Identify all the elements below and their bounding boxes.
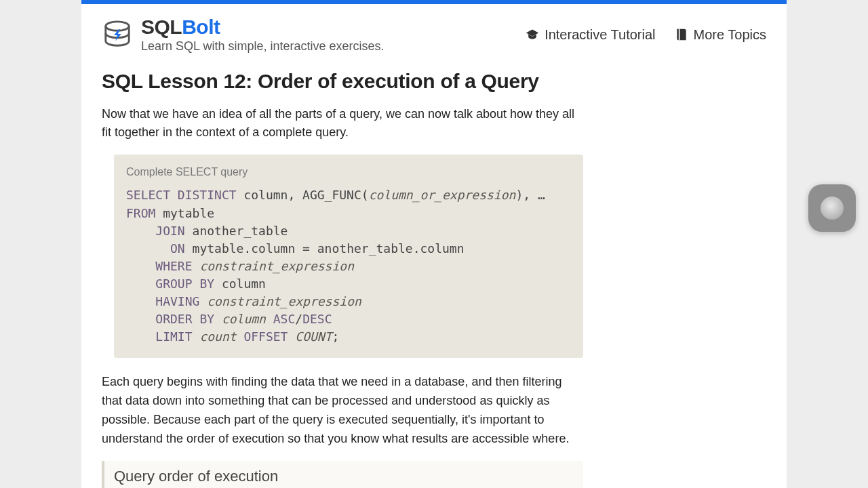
brand-bolt: Bolt bbox=[182, 16, 220, 38]
code-block: SELECT DISTINCT column, AGG_FUNC(column_… bbox=[126, 186, 571, 346]
nav-tutorial-label: Interactive Tutorial bbox=[545, 27, 655, 43]
graduation-cap-icon bbox=[526, 28, 539, 41]
assistive-touch-inner-icon bbox=[821, 197, 844, 220]
page-container: SQLBolt Learn SQL with simple, interacti… bbox=[81, 0, 787, 488]
svg-rect-2 bbox=[678, 29, 679, 41]
article-column: Now that we have an idea of all the part… bbox=[102, 105, 583, 489]
nav-more-topics[interactable]: More Topics bbox=[675, 27, 766, 43]
lesson-content: SQL Lesson 12: Order of execution of a Q… bbox=[81, 60, 787, 489]
code-example-box: Complete SELECT query SELECT DISTINCT co… bbox=[114, 155, 583, 358]
nav-interactive-tutorial[interactable]: Interactive Tutorial bbox=[526, 27, 655, 43]
intro-paragraph: Now that we have an idea of all the part… bbox=[102, 105, 583, 143]
database-bolt-logo-icon bbox=[102, 20, 133, 49]
svg-point-0 bbox=[106, 22, 129, 30]
site-header: SQLBolt Learn SQL with simple, interacti… bbox=[81, 4, 787, 60]
lesson-title: SQL Lesson 12: Order of execution of a Q… bbox=[102, 70, 766, 93]
brand-block: SQLBolt Learn SQL with simple, interacti… bbox=[141, 16, 384, 54]
code-box-title: Complete SELECT query bbox=[126, 164, 571, 180]
nav-more-label: More Topics bbox=[694, 27, 766, 43]
brand-title[interactable]: SQLBolt bbox=[141, 16, 384, 38]
book-icon bbox=[675, 28, 688, 41]
top-nav: Interactive Tutorial More Topics bbox=[526, 27, 766, 43]
section-header-order: Query order of execution bbox=[102, 461, 583, 488]
brand-sql: SQL bbox=[141, 16, 182, 38]
brand-tagline: Learn SQL with simple, interactive exerc… bbox=[141, 39, 384, 54]
assistive-touch-button[interactable] bbox=[808, 184, 856, 232]
explanation-paragraph: Each query begins with finding the data … bbox=[102, 373, 583, 449]
